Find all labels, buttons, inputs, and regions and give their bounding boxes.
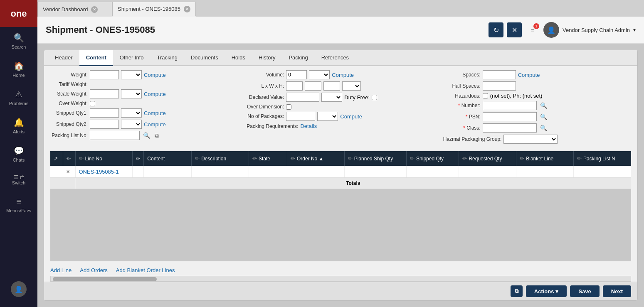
over-dimension-field: Over Dimension: bbox=[247, 104, 434, 110]
scale-weight-input[interactable] bbox=[90, 89, 119, 98]
half-spaces-input[interactable] bbox=[483, 81, 516, 91]
scrollbar-thumb[interactable] bbox=[53, 277, 157, 281]
number-input[interactable] bbox=[483, 101, 537, 110]
over-dimension-checkbox[interactable] bbox=[286, 104, 291, 110]
volume-unit-select[interactable] bbox=[309, 70, 330, 79]
tab-tracking[interactable]: Tracking bbox=[151, 50, 184, 66]
hazmat-group-select[interactable] bbox=[503, 135, 558, 144]
col-content[interactable]: Content bbox=[144, 151, 192, 166]
weight-unit-select[interactable] bbox=[121, 70, 142, 79]
sidebar-item-switch[interactable]: ☰ ⇄ Switch bbox=[0, 168, 37, 191]
class-input[interactable] bbox=[483, 123, 537, 133]
packing-list-no-field: Packing List No: 🔍 ⧉ bbox=[50, 131, 238, 140]
tab-header[interactable]: Header bbox=[48, 50, 79, 66]
packing-list-lookup-icon[interactable]: 🔍 bbox=[142, 132, 151, 139]
save-button[interactable]: Save bbox=[570, 285, 599, 297]
col-packing-list[interactable]: ✏Packing List N bbox=[574, 151, 631, 166]
tab-content[interactable]: Content bbox=[79, 50, 113, 66]
spaces-input[interactable] bbox=[483, 70, 516, 79]
shipped-qty2-input[interactable] bbox=[90, 120, 119, 129]
shipped-qty1-unit-select[interactable] bbox=[121, 108, 142, 118]
row-line-no[interactable]: ONES-195085-1 bbox=[75, 166, 133, 178]
browser-tab-shipment[interactable]: Shipment - ONES-195085 ✕ bbox=[112, 2, 196, 17]
add-blanket-link[interactable]: Add Blanket Order Lines bbox=[116, 267, 175, 273]
width-input[interactable] bbox=[305, 81, 321, 91]
duty-free-checkbox[interactable] bbox=[372, 95, 377, 100]
volume-input[interactable] bbox=[286, 70, 307, 79]
refresh-button[interactable]: ↻ bbox=[489, 22, 503, 37]
compute-scale-link[interactable]: Compute bbox=[144, 91, 166, 97]
browser-tab-vendor-dashboard[interactable]: Vendor Dashboard ✕ bbox=[37, 2, 112, 17]
packing-list-no-input[interactable] bbox=[90, 131, 140, 140]
tab-history[interactable]: History bbox=[252, 50, 282, 66]
user-name: Vendor Supply Chain Admin bbox=[563, 27, 630, 33]
tab-references[interactable]: References bbox=[315, 50, 355, 66]
col-order-no[interactable]: ✏Order No ▲ bbox=[287, 151, 344, 166]
tab-holds[interactable]: Holds bbox=[225, 50, 252, 66]
compute-qty1-link[interactable]: Compute bbox=[144, 110, 166, 116]
hazardous-checkbox[interactable] bbox=[483, 93, 488, 98]
col-planned-ship-qty[interactable]: ✏Planned Ship Qty bbox=[344, 151, 406, 166]
declared-value-currency-select[interactable] bbox=[321, 93, 342, 102]
add-line-link[interactable]: Add Line bbox=[50, 267, 72, 273]
shipped-qty1-input[interactable] bbox=[90, 108, 119, 118]
scale-weight-unit-select[interactable] bbox=[121, 89, 142, 98]
length-input[interactable] bbox=[286, 81, 303, 91]
no-of-packages-input[interactable] bbox=[286, 112, 315, 121]
sidebar-item-home[interactable]: 🏠 Home bbox=[0, 55, 37, 84]
col-requested-qty[interactable]: ✏Requested Qty bbox=[459, 151, 516, 166]
spaces-label: Spaces: bbox=[443, 72, 481, 78]
copy-button[interactable]: ⧉ bbox=[511, 285, 523, 297]
lxwxh-unit-select[interactable] bbox=[342, 81, 361, 91]
sidebar-item-menus[interactable]: ≡ Menus/Favs bbox=[0, 191, 37, 219]
line-no-link[interactable]: ONES-195085-1 bbox=[79, 169, 119, 175]
col-line-no[interactable]: ✏Line No bbox=[75, 151, 133, 166]
over-weight-checkbox[interactable] bbox=[90, 101, 95, 106]
actions-button[interactable]: Actions ▾ bbox=[526, 285, 567, 297]
user-dropdown-arrow[interactable]: ▾ bbox=[633, 27, 636, 33]
details-link[interactable]: Details bbox=[300, 123, 317, 129]
close-button[interactable]: ✕ bbox=[507, 22, 522, 37]
compute-spaces-link[interactable]: Compute bbox=[518, 72, 540, 78]
col-blanket-line[interactable]: ✏Blanket Line bbox=[516, 151, 574, 166]
shipped-qty2-unit-select[interactable] bbox=[121, 120, 142, 129]
sidebar-item-chats[interactable]: 💬 Chats bbox=[0, 140, 37, 168]
row-delete[interactable]: × bbox=[63, 166, 75, 178]
delete-row-button[interactable]: × bbox=[67, 168, 70, 175]
sidebar-item-problems[interactable]: ⚠ Problems bbox=[0, 84, 37, 112]
sidebar-item-search[interactable]: 🔍 Search bbox=[0, 27, 37, 55]
number-lookup-icon[interactable]: 🔍 bbox=[539, 102, 548, 109]
menu-icon-button[interactable]: ≡ 1 bbox=[525, 22, 540, 37]
sidebar-item-avatar[interactable]: 👤 bbox=[11, 275, 27, 303]
compute-volume-link[interactable]: Compute bbox=[332, 72, 354, 78]
tab-documents[interactable]: Documents bbox=[184, 50, 225, 66]
next-button[interactable]: Next bbox=[603, 285, 631, 297]
add-orders-link[interactable]: Add Orders bbox=[80, 267, 107, 273]
packages-unit-select[interactable] bbox=[317, 112, 338, 121]
height-input[interactable] bbox=[323, 81, 340, 91]
horizontal-scrollbar[interactable] bbox=[50, 276, 631, 282]
tab-other-info[interactable]: Other Info bbox=[113, 50, 151, 66]
close-tab-vendor-dashboard[interactable]: ✕ bbox=[91, 6, 98, 13]
class-lookup-icon[interactable]: 🔍 bbox=[539, 124, 548, 132]
weight-input[interactable] bbox=[90, 70, 119, 79]
tab-label-shipment: Shipment - ONES-195085 bbox=[118, 6, 180, 12]
psn-input[interactable] bbox=[483, 112, 537, 121]
over-weight-field: Over Weight: bbox=[50, 101, 238, 106]
compute-weight-link[interactable]: Compute bbox=[144, 72, 166, 78]
row-packing-list bbox=[574, 166, 631, 178]
warning-icon: ⚠ bbox=[15, 89, 22, 99]
sidebar-item-alerts[interactable]: 🔔 Alerts bbox=[0, 112, 37, 140]
packing-list-open-icon[interactable]: ⧉ bbox=[153, 132, 160, 140]
col-shipped-qty[interactable]: ✏Shipped Qty bbox=[407, 151, 459, 166]
col-description[interactable]: ✏Description bbox=[192, 151, 249, 166]
col-arrow: ↗ bbox=[50, 151, 63, 166]
close-tab-shipment[interactable]: ✕ bbox=[184, 6, 190, 12]
declared-value-input[interactable] bbox=[286, 93, 319, 102]
data-grid[interactable]: ↗ ✏ ✏Line No ✏ Content ✏Description ✏Sta… bbox=[50, 151, 631, 261]
compute-qty2-link[interactable]: Compute bbox=[144, 121, 166, 128]
col-state[interactable]: ✏State bbox=[249, 151, 287, 166]
compute-packages-link[interactable]: Compute bbox=[340, 113, 362, 120]
tab-packing[interactable]: Packing bbox=[282, 50, 314, 66]
psn-lookup-icon[interactable]: 🔍 bbox=[539, 113, 548, 120]
